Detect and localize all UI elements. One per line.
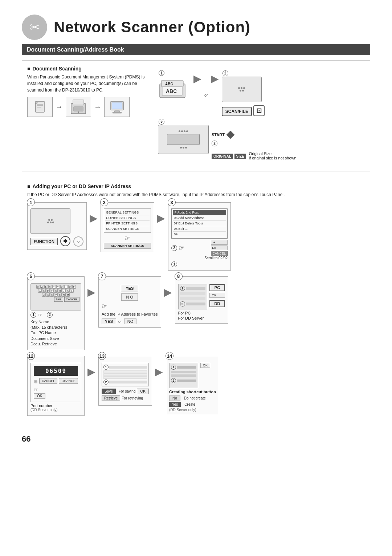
- shortcut-layout: 1 2 OK: [169, 363, 216, 388]
- doc-scan-description: When Panasonic Document Management Syste…: [27, 74, 151, 93]
- star-key: ✱: [60, 236, 70, 246]
- page-header: ✂ Network Scanner (Option): [22, 15, 370, 40]
- original-text: Original Size if original size is not sh…: [249, 151, 297, 160]
- svg-rect-7: [74, 107, 83, 111]
- page-number: 66: [22, 434, 370, 444]
- step3-screen: IP Addr. 2nd Pos. 06 Add New Address 07 …: [171, 208, 228, 267]
- chapter-icon: ✂: [22, 15, 47, 40]
- step1-num: 1: [27, 198, 35, 206]
- pc-dd-buttons: PC OK DD: [209, 284, 225, 309]
- step-2-container: 2 SCAN/FI: [222, 74, 265, 116]
- arrow-1-2: ▶: [90, 202, 98, 223]
- step6-hand: 1 ☞ 2: [30, 312, 81, 318]
- start-and-size: START 2 ORIGINAL SIZE Original Size if o…: [212, 122, 297, 160]
- page-title: Network Scanner (Option): [54, 19, 250, 36]
- creating-shortcut-label: Creating shortcut button: [169, 390, 216, 394]
- step8-num: 8: [175, 272, 183, 280]
- step-12-block: 12 06509 CANCEL CHANGE: [27, 356, 85, 416]
- save-row: Save For saving OK Retrieve For retrievi…: [102, 389, 149, 401]
- step8-content: 1 2 PC OK DD: [178, 284, 225, 309]
- for-retrieving: For retrieving: [122, 396, 143, 400]
- screen-13-top: 1: [103, 365, 147, 370]
- section-bar: Document Scanning/Address Book: [22, 44, 370, 55]
- start-diamond: [226, 131, 235, 139]
- step-1-content: ABC ABC: [158, 77, 191, 101]
- for-saving: For saving: [119, 389, 136, 393]
- step3-side-btns: ▲ Ex CANCEL: [211, 240, 228, 256]
- step8-panel: 1 2: [178, 284, 207, 309]
- step6-keyboard: QWE RTY UIO P ASD FGH JKL ZXC VBN M: [30, 283, 81, 318]
- add-ip-description: If the PC or DD Server IP Addresses were…: [27, 191, 365, 198]
- svg-rect-11: [114, 111, 120, 112]
- scan-file-button: SCAN/FILE ⊡: [222, 104, 265, 116]
- add-new-row: 06 Add New Address: [173, 215, 226, 221]
- dd-only-12: (DD Server only): [30, 408, 81, 412]
- step-5-container: 5: [158, 122, 209, 154]
- save-btn: Save: [102, 389, 116, 394]
- port-box: 06509 CANCEL CHANGE ☞ OK: [30, 363, 81, 402]
- function-key-area: FUNCTION ✱ ○: [30, 236, 83, 247]
- screen-row-2: 07 Edit Delete Tools: [173, 221, 226, 226]
- arrow-7-8: ▶: [164, 276, 172, 297]
- doc-scan-left: When Panasonic Document Management Syste…: [27, 74, 151, 166]
- hand-pointer-2: ☞: [104, 234, 151, 242]
- step-2-label: 2: [222, 70, 228, 76]
- no-btn: N O: [121, 293, 138, 301]
- screen-row-4: 09: [173, 232, 226, 237]
- step3-circled-1: 1: [171, 261, 228, 267]
- copier-panel-5: [158, 125, 209, 154]
- step1-panel: [30, 208, 83, 234]
- svg-rect-19: [35, 381, 36, 382]
- svg-point-8: [78, 111, 79, 113]
- dd-button: DD: [209, 300, 225, 307]
- step-14-block: 14 1 2: [166, 356, 219, 415]
- yes-no-panel: YES N O: [102, 285, 158, 301]
- add-ip-label: Add the IP Address to Favorites: [102, 312, 158, 317]
- no-row: No Do not create: [169, 395, 216, 401]
- for-pc-label: For PC: [178, 311, 225, 315]
- step-1-container: 1 ABC ABC: [158, 74, 191, 101]
- scan-diagram: → →: [27, 97, 151, 117]
- start-row: START: [212, 131, 297, 138]
- copier-settings: COPIER SETTINGS: [105, 215, 150, 221]
- hand-7: ☞: [102, 302, 158, 310]
- cancel-btn: CANCEL: [39, 378, 58, 384]
- step-5-label: 5: [159, 118, 164, 125]
- ok-shortcut: OK: [200, 363, 210, 368]
- yes-btn: YES: [121, 285, 138, 292]
- yes-row: Yes Create: [169, 402, 216, 407]
- scanner-settings-item: SCANNER SETTINGS: [105, 226, 150, 231]
- step7-num: 7: [98, 272, 106, 280]
- step-8-block: 8 1 2: [175, 276, 229, 324]
- arrow-step2: ▶: [211, 74, 219, 84]
- dd-only-14: (DD Server only): [169, 408, 216, 412]
- step-3-block: 3 IP Addr. 2nd Pos. 06 Add New Address 0…: [168, 202, 231, 271]
- step7-content: YES N O ☞: [102, 285, 158, 310]
- keyboard: QWE RTY UIO P ASD FGH JKL ZXC VBN M: [30, 283, 81, 311]
- panel-8-row2: 2: [180, 301, 205, 307]
- yes-small: YES: [102, 318, 116, 324]
- step-5-panel: [158, 125, 209, 154]
- step2-num: 2: [100, 198, 108, 206]
- svg-rect-6: [73, 100, 84, 105]
- panel-14: 1 2: [169, 363, 198, 388]
- start-label: START: [212, 133, 225, 137]
- steps-row-1: 1 ABC ABC ▶ or ▶: [158, 74, 365, 116]
- or-text: or: [204, 93, 208, 97]
- step14-content: 1 2 OK: [169, 363, 216, 388]
- screen-header: IP Addr. 2nd Pos.: [173, 210, 226, 215]
- general-settings: GENERAL SETTINGS: [105, 210, 150, 215]
- port-buttons: CANCEL CHANGE: [39, 378, 78, 384]
- step-13-block: 13 1 2: [98, 356, 152, 406]
- copier-icon: [66, 97, 91, 117]
- save-retrieve-screen: 1 2: [102, 363, 149, 386]
- screen-row-3: 08 Edit ...: [173, 226, 226, 232]
- step-2-panel: [222, 77, 265, 102]
- step12-num: 12: [27, 352, 35, 360]
- screen-13-bot: 2: [103, 380, 147, 385]
- add-ip-heading: Adding your PC or DD Server IP Address: [27, 183, 365, 189]
- step-1-label: 1: [159, 70, 164, 76]
- step12-content: 06509 CANCEL CHANGE ☞ OK: [30, 363, 81, 402]
- yes-label: Yes: [169, 402, 181, 407]
- port-icon-row: CANCEL CHANGE: [34, 378, 78, 385]
